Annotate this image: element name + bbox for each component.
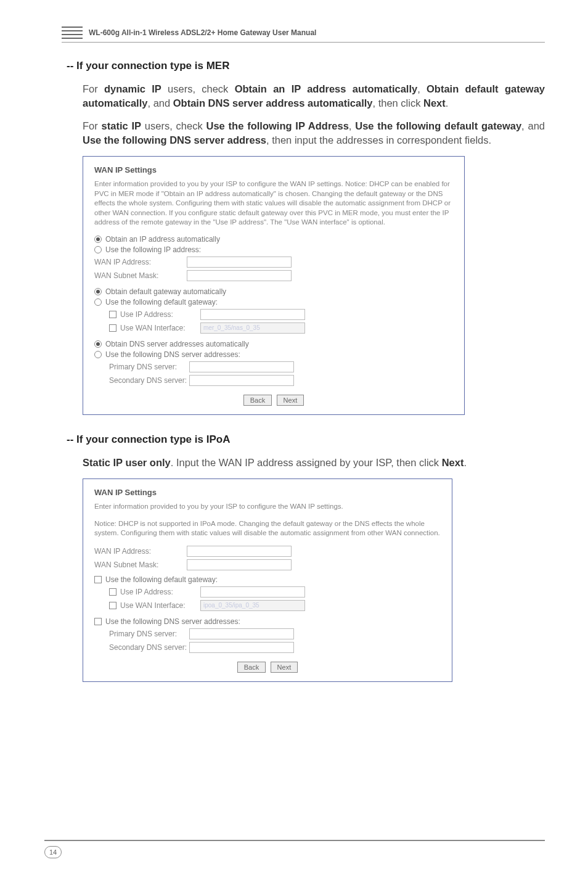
radio-obtain-gateway-auto[interactable]: Obtain default gateway automatically [94,287,453,296]
panel-title: WAN IP Settings [94,165,453,175]
panel-description: Enter information provided to you by you… [94,179,453,228]
section-heading-mer: -- If your connection type is MER [67,60,545,72]
back-button[interactable]: Back [237,662,266,673]
wan-ip-input[interactable] [187,546,292,557]
gateway-ip-input[interactable] [200,586,305,598]
checkbox-icon [94,618,102,625]
wan-interface-select[interactable]: ipoa_0_35/ipa_0_35 [200,600,305,611]
wan-ip-input[interactable] [187,257,292,268]
paragraph-mer-static: For static IP users, check Use the follo… [83,119,545,147]
radio-obtain-ip-auto[interactable]: Obtain an IP address automatically [94,235,453,244]
page-number: 14 [44,846,62,858]
primary-dns-input[interactable] [189,628,294,639]
use-wan-interface-label: Use WAN Interface: [120,601,200,610]
section-heading-ipoa: -- If your connection type is IPoA [67,433,545,446]
wan-ip-label: WAN IP Address: [94,547,187,556]
radio-icon [94,246,102,253]
radio-obtain-dns-auto[interactable]: Obtain DNS server addresses automaticall… [94,340,453,348]
radio-icon [94,351,102,358]
radio-icon [94,288,102,295]
primary-dns-input[interactable] [189,361,294,372]
radio-use-following-dns[interactable]: Use the following DNS server addresses: [94,350,453,359]
checkbox-icon[interactable] [109,324,116,332]
secondary-dns-label: Secondary DNS server: [109,376,189,385]
checkbox-use-following-dns[interactable]: Use the following DNS server addresses: [94,617,441,626]
wan-interface-select[interactable]: mer_0_35/nas_0_35 [200,322,305,334]
paragraph-mer-dynamic: For dynamic IP users, check Obtain an IP… [83,82,545,110]
primary-dns-label: Primary DNS server: [109,630,189,638]
checkbox-icon[interactable] [109,602,116,609]
gateway-ip-input[interactable] [200,309,305,320]
secondary-dns-input[interactable] [189,642,294,653]
primary-dns-label: Primary DNS server: [109,363,189,371]
manual-header: WL-600g All-in-1 Wireless ADSL2/2+ Home … [62,25,545,43]
secondary-dns-input[interactable] [189,375,294,386]
use-ip-label: Use IP Address: [120,588,200,596]
wan-subnet-label: WAN Subnet Mask: [94,561,187,569]
radio-icon [94,236,102,243]
panel-title: WAN IP Settings [94,488,441,497]
back-button[interactable]: Back [243,395,272,406]
panel-description-1: Enter information provided to you by you… [94,502,441,512]
radio-icon [94,298,102,306]
paragraph-ipoa: Static IP user only. Input the WAN IP ad… [83,456,545,470]
logo-icon [62,27,83,39]
next-button[interactable]: Next [271,662,298,673]
checkbox-icon [94,576,102,583]
radio-use-following-gateway[interactable]: Use the following default gateway: [94,298,453,306]
wan-ip-settings-panel-ipoa: WAN IP Settings Enter information provid… [83,478,452,682]
page-footer: 14 [44,840,545,858]
secondary-dns-label: Secondary DNS server: [109,643,189,652]
header-title: WL-600g All-in-1 Wireless ADSL2/2+ Home … [89,28,316,37]
radio-icon [94,340,102,348]
wan-subnet-input[interactable] [187,559,292,570]
checkbox-use-following-gateway[interactable]: Use the following default gateway: [94,575,441,584]
use-ip-label: Use IP Address: [120,310,200,319]
checkbox-icon[interactable] [109,588,116,596]
next-button[interactable]: Next [277,395,304,406]
use-wan-interface-label: Use WAN Interface: [120,324,200,332]
panel-description-2: Notice: DHCP is not supported in IPoA mo… [94,519,441,538]
wan-ip-settings-panel-mer: WAN IP Settings Enter information provid… [83,156,465,415]
radio-use-following-ip[interactable]: Use the following IP address: [94,245,453,254]
wan-ip-label: WAN IP Address: [94,258,187,266]
checkbox-icon[interactable] [109,311,116,318]
wan-subnet-input[interactable] [187,270,292,281]
wan-subnet-label: WAN Subnet Mask: [94,271,187,280]
